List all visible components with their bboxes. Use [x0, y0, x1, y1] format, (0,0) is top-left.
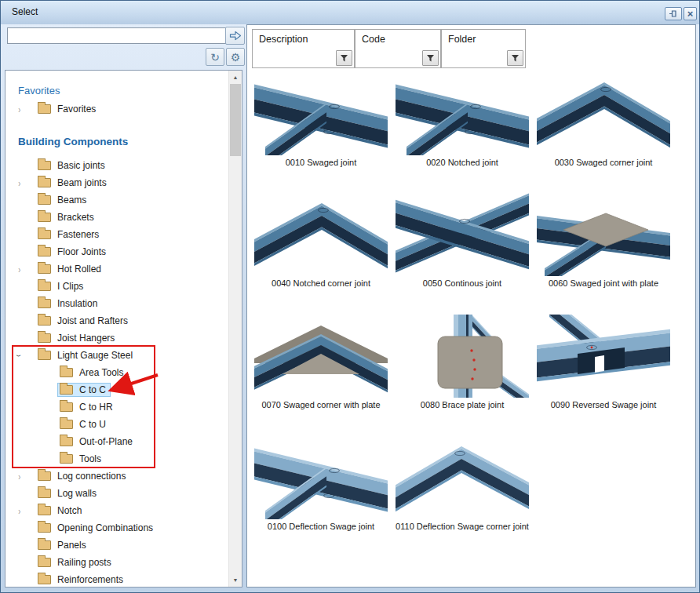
go-button[interactable]: [225, 27, 245, 45]
component-label: 0090 Reversed Swage joint: [551, 400, 657, 409]
folder-icon: [38, 282, 51, 291]
tree-item-c-to-c[interactable]: C to C: [5, 381, 230, 398]
tree-item-reinforcements[interactable]: Reinforcements: [5, 571, 230, 588]
tree-item-panels[interactable]: Panels: [5, 537, 230, 554]
tree-item-label: C to HR: [79, 402, 113, 413]
folder-icon: [60, 385, 73, 395]
chevron-down-icon[interactable]: ›: [18, 351, 35, 360]
component-label: 0030 Swaged corner joint: [555, 158, 653, 167]
folder-icon: [38, 333, 51, 343]
folder-icon: [38, 195, 51, 205]
component-tile-0080-brace-plate-joint[interactable]: 0080 Brace plate joint: [396, 315, 529, 415]
component-tile-0110-deflection-swage-corner-joint[interactable]: 0110 Deflection Swage corner joint: [396, 436, 529, 537]
chevron-right-icon[interactable]: ›: [18, 179, 35, 187]
chevron-right-icon[interactable]: ›: [18, 105, 35, 114]
tree-item-label: Brackets: [57, 212, 94, 223]
folder-filter-button[interactable]: [507, 50, 523, 66]
folder-icon: [38, 558, 51, 567]
folder-icon: [38, 104, 51, 114]
folder-icon: [38, 316, 51, 326]
tree-item-beams[interactable]: Beams: [5, 191, 230, 209]
tree-item-label: Out-of-Plane: [79, 436, 133, 447]
tree-scrollbar[interactable]: ▲ ▼: [228, 71, 242, 587]
folder-icon: [60, 454, 73, 464]
tree-item-label: Beams: [57, 195, 86, 206]
tree-item-notch[interactable]: ›Notch: [5, 502, 230, 519]
chevron-right-icon[interactable]: ›: [18, 472, 35, 481]
component-tile-0100-deflection-swage-joint[interactable]: 0100 Deflection Swage joint: [254, 436, 388, 537]
component-label: 0100 Deflection Swage joint: [268, 522, 374, 531]
column-header-description[interactable]: Description: [252, 29, 355, 68]
folder-tree: Favorites›FavoritesBuilding ComponentsBa…: [5, 70, 242, 588]
tree-item-c-to-hr[interactable]: C to HR: [5, 398, 230, 416]
settings-button[interactable]: ⚙: [226, 48, 245, 66]
tree-item-c-to-u[interactable]: C to U: [5, 416, 230, 433]
component-tile-0030-swaged-corner-joint[interactable]: 0030 Swaged corner joint: [537, 72, 670, 173]
scroll-up-icon[interactable]: ▲: [229, 71, 242, 84]
tree-item-beam-joints[interactable]: ›Beam joints: [5, 174, 230, 191]
corner-plate-thumbnail: [254, 315, 388, 398]
component-tile-0040-notched-corner-joint[interactable]: 0040 Notched corner joint: [254, 193, 388, 293]
tree-item-opening-combinations[interactable]: Opening Combinations: [5, 519, 230, 537]
column-header-code[interactable]: Code: [355, 29, 441, 68]
tree-group-building-components[interactable]: Building Components: [5, 132, 230, 152]
tree-item-label: Log walls: [57, 488, 97, 499]
tree-item-label: C to C: [79, 384, 106, 395]
component-tile-0060-swaged-joint-with-plate[interactable]: 0060 Swaged joint with plate: [537, 193, 670, 293]
titlebar[interactable]: Select ×: [1, 1, 699, 24]
folder-icon: [38, 540, 51, 550]
folder-icon: [38, 299, 51, 308]
tree-item-insulation[interactable]: Insulation: [5, 295, 230, 312]
component-label: 0060 Swaged joint with plate: [549, 278, 658, 288]
tree-item-favorites[interactable]: ›Favorites: [5, 100, 230, 118]
folder-icon: [60, 420, 73, 429]
tree-group-favorites[interactable]: Favorites: [5, 82, 230, 100]
component-tile-0020-notched-joint[interactable]: 0020 Notched joint: [396, 72, 529, 173]
tree-item-floor-joints[interactable]: Floor Joints: [5, 243, 230, 260]
refresh-button[interactable]: ↻: [206, 48, 224, 66]
pin-icon: [669, 9, 679, 18]
tree-item-label: Reinforcements: [57, 574, 123, 585]
select-window: Select × ↻ ⚙ Favorites›FavoritesBuilding…: [0, 0, 700, 593]
close-button[interactable]: ×: [684, 7, 697, 20]
search-input[interactable]: [7, 27, 228, 44]
pin-button[interactable]: [665, 7, 682, 20]
tree-item-joist-hangers[interactable]: Joist Hangers: [5, 329, 230, 347]
brace-plate-thumbnail: [396, 315, 529, 398]
t-joint-thumbnail: [254, 72, 388, 155]
tree-item-brackets[interactable]: Brackets: [5, 209, 230, 226]
folder-icon: [38, 264, 51, 274]
tree-item-label: Tools: [79, 453, 101, 464]
tree-item-log-walls[interactable]: Log walls: [5, 485, 230, 502]
component-tile-0010-swaged-joint[interactable]: 0010 Swaged joint: [254, 72, 388, 173]
folder-icon: [38, 230, 51, 239]
description-filter-button[interactable]: [336, 50, 352, 66]
tree-item-area-tools[interactable]: Area Tools: [5, 364, 230, 381]
tree-item-out-of-plane[interactable]: Out-of-Plane: [5, 433, 230, 450]
tree-item-log-connections[interactable]: ›Log connections: [5, 467, 230, 485]
folder-icon: [38, 575, 51, 584]
tree-item-railing-posts[interactable]: Railing posts: [5, 554, 230, 571]
tree-item-joist-and-rafters[interactable]: Joist and Rafters: [5, 312, 230, 329]
folder-icon: [60, 402, 73, 412]
component-tile-0050-continous-joint[interactable]: 0050 Continous joint: [396, 193, 529, 293]
scroll-down-icon[interactable]: ▼: [229, 573, 242, 587]
tree-item-fasteners[interactable]: Fasteners: [5, 226, 230, 243]
cross-thumbnail: [396, 193, 529, 276]
tree-item-basic-joints[interactable]: Basic joints: [5, 157, 230, 174]
scrollbar-thumb[interactable]: [230, 84, 241, 156]
component-tile-0070-swaged-corner-with-plate[interactable]: 0070 Swaged corner with plate: [254, 315, 388, 415]
chevron-right-icon[interactable]: ›: [18, 507, 35, 515]
component-tile-0090-reversed-swage-joint[interactable]: 0090 Reversed Swage joint: [537, 315, 670, 415]
tree-item-i-clips[interactable]: I Clips: [5, 278, 230, 295]
folder-icon: [60, 437, 73, 446]
tree-item-label: Beam joints: [57, 177, 107, 188]
tree-item-tools[interactable]: Tools: [5, 450, 230, 467]
corner-thumbnail: [254, 193, 388, 276]
tree-item-label: Basic joints: [57, 160, 105, 171]
column-header-folder[interactable]: Folder: [441, 29, 526, 68]
code-filter-button[interactable]: [422, 50, 439, 66]
tree-item-light-gauge-steel[interactable]: ›Light Gauge Steel: [5, 347, 230, 364]
chevron-right-icon[interactable]: ›: [18, 265, 35, 274]
tree-item-hot-rolled[interactable]: ›Hot Rolled: [5, 260, 230, 278]
